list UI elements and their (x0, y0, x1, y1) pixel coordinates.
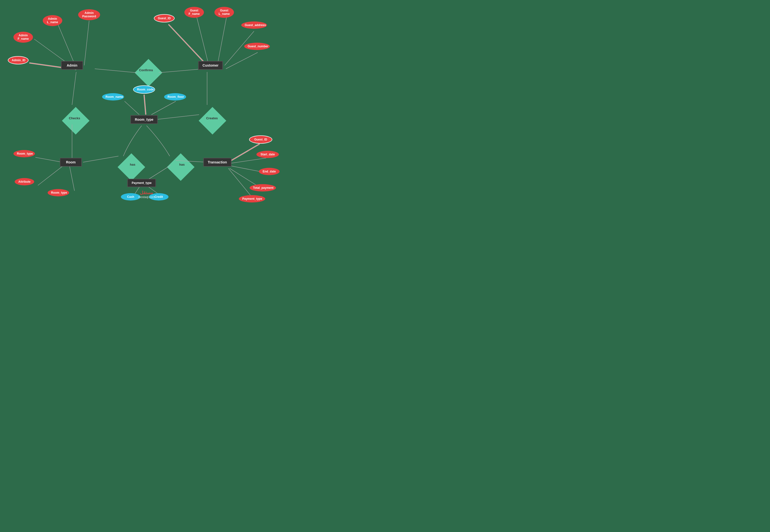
attr-start-date: Start_date (257, 151, 279, 158)
attr-admin-lname: AdminL_name (43, 15, 62, 26)
attr-room-name: Room_name (102, 93, 124, 100)
watermark-logo: مستقل (138, 190, 155, 195)
svg-line-8 (168, 24, 207, 65)
svg-line-27 (228, 144, 260, 162)
attr-admin-password: AdminPassword (78, 9, 100, 20)
entity-payment-type: Payment_type (127, 179, 156, 187)
svg-line-28 (230, 158, 266, 163)
watermark: مستقل mostaql.com (138, 190, 155, 199)
svg-line-22 (176, 161, 208, 162)
attr-guest-number: Guest_number (244, 43, 270, 50)
attr-admin-fname: AdminF_name (13, 32, 33, 43)
svg-line-23 (35, 157, 62, 162)
attr-room-type2: Room_type (48, 189, 69, 196)
entity-customer: Customer (198, 61, 223, 70)
svg-line-6 (159, 69, 204, 73)
svg-line-20 (151, 101, 176, 115)
entity-room: Room (60, 158, 82, 167)
entity-admin: Admin (61, 61, 83, 70)
svg-line-18 (144, 95, 146, 115)
er-diagram: Admin Customer Room_type Room Transactio… (0, 0, 293, 202)
entity-transaction: Transaction (204, 158, 232, 167)
svg-line-9 (197, 17, 209, 65)
svg-line-4 (84, 21, 89, 65)
attr-attribute: Attribute (15, 178, 34, 185)
svg-line-10 (217, 17, 227, 65)
attr-end-date: End_date (259, 168, 280, 175)
entity-room-type: Room_type (130, 115, 158, 124)
attr-guest-id: Guest_ID (154, 14, 174, 22)
svg-line-31 (228, 168, 253, 198)
attr-room-floor: Room_floor (164, 93, 186, 100)
attr-total-payment: Total_payment (250, 184, 276, 191)
attr-guest-lname: GuestL_name (215, 7, 234, 18)
connection-lines (0, 0, 293, 202)
attr-guest-id-trans: Guest_ID (249, 135, 272, 144)
svg-line-25 (70, 166, 74, 191)
svg-line-12 (226, 52, 258, 69)
attr-payment-type-trans: Payment_type (239, 195, 265, 202)
attr-room-code: Room_code (133, 85, 155, 94)
watermark-url: mostaql.com (138, 195, 155, 199)
svg-line-13 (72, 72, 76, 105)
attr-cash: Cash (121, 193, 140, 201)
attr-room-type-room: Room_type (13, 150, 35, 157)
svg-line-16 (156, 115, 199, 120)
attr-guest-address: Guest_address (241, 21, 267, 29)
svg-line-24 (38, 166, 63, 185)
svg-line-32 (146, 165, 170, 181)
attr-admin-id: Admin_ID (8, 56, 29, 64)
svg-line-21 (83, 156, 118, 162)
svg-line-19 (124, 101, 139, 115)
attr-guest-fname: GuestF_name (184, 7, 204, 18)
svg-line-5 (95, 69, 137, 73)
